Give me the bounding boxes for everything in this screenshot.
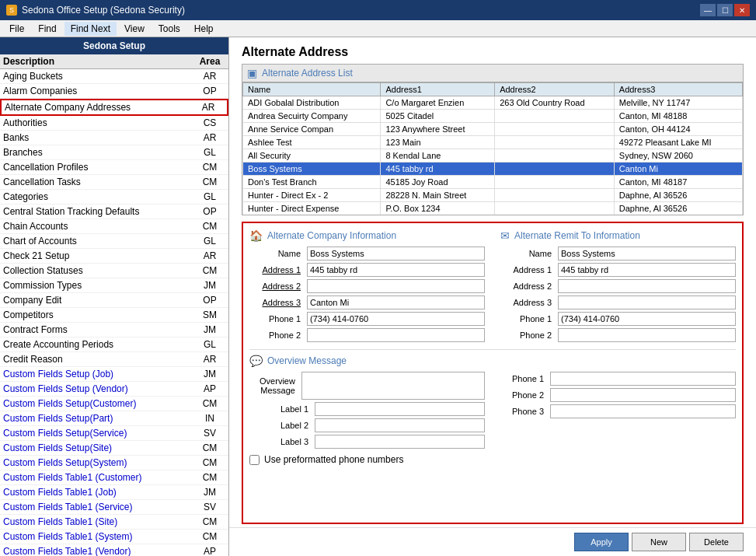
company-addr2-input[interactable] [307,279,485,293]
sidebar-item[interactable]: BranchesGL [0,145,228,160]
address-cell-addr3: Melville, NY 11747 [614,96,742,110]
new-button[interactable]: New [632,533,686,551]
menu-find-next[interactable]: Find Next [64,22,117,36]
sidebar-item-area: OP [194,86,225,96]
remit-name-input[interactable] [558,247,736,261]
sidebar-item[interactable]: Custom Fields Setup(Part)IN [0,411,228,426]
overview-message-row: Overview Message [249,372,485,400]
overview-icon: 💬 [249,355,263,367]
sidebar-item[interactable]: Custom Fields Table1 (System)CM [0,530,228,544]
address-cell-addr1: 123 Anywhere Street [381,123,495,136]
company-phone1-input[interactable] [307,312,485,326]
sidebar-item[interactable]: CompetitorsSM [0,308,228,323]
sidebar-item-area: JM [194,487,225,498]
address-table-row[interactable]: Hunter - Direct Ex - 228228 N. Main Stre… [243,189,743,202]
sidebar-item[interactable]: Check 21 SetupAR [0,249,228,264]
address-cell-name: Boss Systems [243,163,381,176]
delete-button[interactable]: Delete [689,533,744,551]
ov-phone2-input[interactable] [550,388,736,402]
company-phone2-label: Phone 2 [249,330,304,340]
address-table-row[interactable]: All Security8 Kendal LaneSydney, NSW 206… [243,149,743,163]
company-name-input[interactable] [307,247,485,261]
col-addr1: Address1 [381,83,495,96]
company-addr3-input[interactable] [307,295,485,309]
address-table-row[interactable]: Anne Service Compan123 Anywhere StreetCa… [243,123,743,136]
main-container: Sedona Setup Description Area Aging Buck… [0,37,756,556]
sidebar-item[interactable]: Custom Fields Setup(Service)SV [0,426,228,441]
label2-input[interactable] [315,418,485,432]
sidebar-item[interactable]: Custom Fields Table1 (Site)CM [0,515,228,530]
address-table-row[interactable]: Hunter - Direct ExpenseP.O. Box 1234Daph… [243,202,743,215]
sidebar-item[interactable]: Cancellation ProfilesCM [0,160,228,175]
address-cell-addr3: Canton, MI 48188 [614,110,742,123]
company-addr1-input[interactable] [307,263,485,277]
sidebar-item[interactable]: AuthoritiesCS [0,116,228,131]
ov-phone3-input[interactable] [550,404,736,418]
sidebar-item[interactable]: BanksAR [0,131,228,145]
sidebar-item[interactable]: Commission TypesJM [0,278,228,293]
menu-help[interactable]: Help [188,22,220,36]
address-table-row[interactable]: ADI Gobalal DistributionC/o Margaret Enz… [243,96,743,110]
sidebar-item-area: SM [194,309,225,320]
sidebar-item[interactable]: Custom Fields Setup (Vendor)AP [0,382,228,397]
sidebar-item[interactable]: Custom Fields Setup (Job)JM [0,367,228,382]
sidebar-item[interactable]: Contract FormsJM [0,323,228,337]
menu-view[interactable]: View [118,22,151,36]
sidebar-item-area: OP [194,295,225,306]
ov-phone2-label: Phone 2 [500,390,547,400]
label1-input[interactable] [315,402,485,416]
address-cell-addr3: 49272 Pleasant Lake MI [614,136,742,149]
overview-row: Overview Message Label 1 Label 2 La [249,372,736,451]
address-table-row[interactable]: Boss Systems445 tabby rdCanton Mi [243,163,743,176]
company-info-icon: 🏠 [249,229,263,242]
company-phone2-input[interactable] [307,328,485,342]
sidebar-item[interactable]: Aging BucketsAR [0,69,228,84]
sidebar-item-label: Chart of Accounts [3,236,194,247]
sidebar-item[interactable]: Collection StatusesCM [0,264,228,278]
sidebar-item[interactable]: Cancellation TasksCM [0,175,228,190]
sidebar-list[interactable]: Aging BucketsARAlarm CompaniesOPAlternat… [0,69,228,556]
remit-phone2-input[interactable] [558,328,736,342]
remit-phone1-input[interactable] [558,312,736,326]
sidebar-item-label: Branches [3,147,194,158]
sidebar-item[interactable]: Custom Fields Table1 (Vendor)AP [0,544,228,556]
apply-button[interactable]: Apply [574,533,629,551]
close-button[interactable]: ✕ [734,4,750,16]
sidebar-item[interactable]: Alarm CompaniesOP [0,84,228,99]
label3-input[interactable] [315,435,485,449]
company-addr3-row: Address 3 [249,295,485,309]
minimize-button[interactable]: — [700,4,716,16]
address-table-row[interactable]: Don's Test Branch45185 Joy RoadCanton, M… [243,176,743,189]
remit-addr1-input[interactable] [558,263,736,277]
sidebar-item-area: AR [194,132,225,143]
sidebar-item[interactable]: CategoriesGL [0,190,228,205]
sidebar-item[interactable]: Custom Fields Setup(Customer)CM [0,397,228,411]
preformatted-phone-checkbox[interactable] [249,455,260,465]
sidebar-item[interactable]: Alternate Company AddressesAR [0,99,228,116]
sidebar-item[interactable]: Custom Fields Setup(System)CM [0,456,228,470]
remit-addr2-input[interactable] [558,279,736,293]
menu-file[interactable]: File [3,22,30,36]
menu-find[interactable]: Find [32,22,62,36]
maximize-button[interactable]: ☐ [717,4,733,16]
sidebar-item[interactable]: Custom Fields Table1 (Customer)CM [0,470,228,485]
sidebar-item-area: JM [194,324,225,335]
sidebar-item[interactable]: Chain AccountsCM [0,219,228,234]
sidebar-item[interactable]: Custom Fields Setup(Site)CM [0,441,228,456]
address-table-row[interactable]: Andrea Secuirty Company5025 CitadelCanto… [243,110,743,123]
remit-addr3-input[interactable] [558,295,736,309]
ov-phone1-input[interactable] [550,372,736,386]
sidebar-item[interactable]: Chart of AccountsGL [0,234,228,249]
sidebar-item[interactable]: Company EditOP [0,293,228,308]
overview-message-input[interactable] [301,372,485,400]
sidebar-item-area: CM [194,162,225,173]
sidebar-item[interactable]: Central Station Tracking DefaultsOP [0,205,228,219]
menu-tools[interactable]: Tools [152,22,186,36]
sidebar-item[interactable]: Custom Fields Table1 (Job)JM [0,485,228,500]
sidebar-item[interactable]: Custom Fields Table1 (Service)SV [0,500,228,515]
sidebar-item[interactable]: Create Accounting PeriodsGL [0,337,228,352]
address-cell-name: Ashlee Test [243,136,381,149]
sidebar-item[interactable]: Credit ReasonAR [0,352,228,367]
address-table-row[interactable]: Ashlee Test123 Main49272 Pleasant Lake M… [243,136,743,149]
sidebar-item-area: CM [194,398,225,409]
